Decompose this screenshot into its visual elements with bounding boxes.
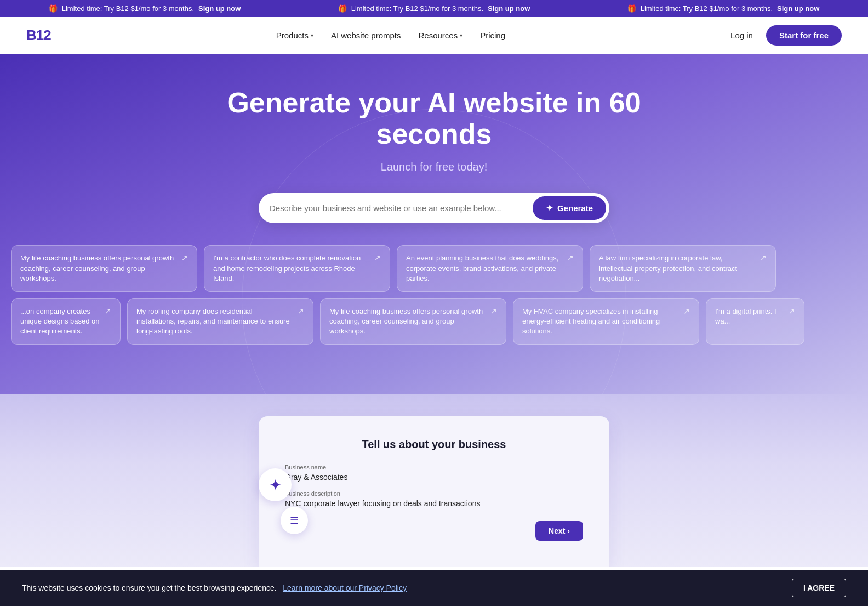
business-name-value: Gray & Associates — [285, 473, 583, 482]
arrow-icon-2: ↗ — [374, 253, 381, 262]
hero-subtitle: Launch for free today! — [381, 161, 488, 173]
arrow-icon-5: ↗ — [105, 307, 111, 315]
navbar: B12 Products ▾ AI website prompts Resour… — [0, 17, 868, 54]
gift-icon-2: 🎁 — [338, 4, 347, 13]
hero-title: Generate your AI website in 60 seconds — [187, 87, 681, 150]
nav-label-products: Products — [276, 31, 309, 40]
promo-item-3: 🎁 Limited time: Try B12 $1/mo for 3 mont… — [627, 4, 820, 13]
preview-section: ✦ ☰ Tell us about your business Business… — [0, 394, 868, 567]
form-title: Tell us about your business — [285, 438, 583, 451]
example-card-3[interactable]: An event planning business that does wed… — [397, 245, 583, 292]
example-card-4[interactable]: A law firm specializing in corporate law… — [590, 245, 776, 292]
promo-item-2: 🎁 Limited time: Try B12 $1/mo for 3 mont… — [338, 4, 530, 13]
card-text-1: My life coaching business offers persona… — [20, 253, 177, 284]
nav-item-pricing[interactable]: Pricing — [480, 31, 505, 40]
example-card-7[interactable]: My life coaching business offers persona… — [320, 298, 506, 345]
promo-link-1[interactable]: Sign up now — [198, 4, 241, 13]
gift-icon-1: 🎁 — [49, 4, 58, 13]
arrow-icon-9: ↗ — [789, 307, 795, 315]
arrow-icon-3: ↗ — [567, 253, 574, 262]
generate-button[interactable]: ✦ Generate — [533, 196, 606, 220]
examples-container: My life coaching business offers persona… — [11, 245, 857, 351]
card-text-3: An event planning business that does wed… — [406, 253, 563, 284]
generate-label: Generate — [557, 203, 593, 213]
sparkle-icon: ✦ — [546, 203, 553, 213]
nav-label-pricing: Pricing — [480, 31, 505, 40]
promo-banner: 🎁 Limited time: Try B12 $1/mo for 3 mont… — [0, 0, 868, 17]
promo-link-3[interactable]: Sign up now — [777, 4, 819, 13]
chevron-down-icon-2: ▾ — [460, 32, 462, 38]
arrow-icon-4: ↗ — [760, 253, 767, 262]
sparkle-icon-float: ✦ — [269, 476, 282, 494]
nav-item-ai[interactable]: AI website prompts — [331, 31, 401, 40]
card-text-5: ...on company creates unique designs bas… — [20, 307, 100, 337]
business-description-input[interactable] — [270, 203, 533, 213]
example-card-8[interactable]: My HVAC company specializes in installin… — [513, 298, 699, 345]
cards-row-2: ...on company creates unique designs bas… — [11, 298, 804, 352]
business-desc-value: NYC corporate lawyer focusing on deals a… — [285, 499, 583, 508]
hero-section: Generate your AI website in 60 seconds L… — [0, 54, 868, 394]
card-text-2: I'm a contractor who does complete renov… — [213, 253, 370, 284]
card-text-8: My HVAC company specializes in installin… — [522, 307, 679, 337]
gift-icon-3: 🎁 — [627, 4, 636, 13]
nav-links: Products ▾ AI website prompts Resources … — [276, 31, 505, 40]
nav-label-resources: Resources — [419, 31, 458, 40]
example-card-5[interactable]: ...on company creates unique designs bas… — [11, 298, 121, 345]
example-card-6[interactable]: My roofing company does residential inst… — [127, 298, 313, 345]
example-card-9[interactable]: I'm a digital prints. I wa... ↗ — [706, 298, 804, 345]
nav-actions: Log in Start for free — [730, 25, 842, 46]
example-card-2[interactable]: I'm a contractor who does complete renov… — [204, 245, 390, 292]
promo-text-3: Limited time: Try B12 $1/mo for 3 months… — [641, 4, 773, 13]
nav-item-products[interactable]: Products ▾ — [276, 31, 313, 40]
login-link[interactable]: Log in — [730, 31, 753, 40]
promo-text-2: Limited time: Try B12 $1/mo for 3 months… — [351, 4, 483, 13]
nav-label-ai: AI website prompts — [331, 31, 401, 40]
arrow-icon-7: ↗ — [490, 307, 497, 315]
float-icon-menu: ☰ — [281, 507, 308, 534]
example-card-1[interactable]: My life coaching business offers persona… — [11, 245, 197, 292]
card-text-4: A law firm specializing in corporate law… — [599, 253, 756, 284]
arrow-icon-8: ↗ — [683, 307, 690, 315]
arrow-icon-1: ↗ — [181, 253, 188, 262]
business-desc-label: Business description — [285, 490, 583, 497]
preview-card: Tell us about your business Business nam… — [259, 416, 609, 567]
card-text-7: My life coaching business offers persona… — [329, 307, 486, 337]
float-icon-sparkle: ✦ — [259, 468, 292, 501]
card-text-6: My roofing company does residential inst… — [136, 307, 293, 337]
start-free-button[interactable]: Start for free — [766, 25, 842, 46]
business-name-label: Business name — [285, 464, 583, 471]
promo-item-1: 🎁 Limited time: Try B12 $1/mo for 3 mont… — [49, 4, 241, 13]
chevron-down-icon: ▾ — [311, 32, 313, 38]
card-text-9: I'm a digital prints. I wa... — [715, 307, 784, 326]
search-bar: ✦ Generate — [259, 193, 609, 223]
nav-item-resources[interactable]: Resources ▾ — [419, 31, 463, 40]
menu-icon-float: ☰ — [290, 514, 299, 526]
form-next-button[interactable]: Next › — [535, 521, 583, 541]
arrow-icon-6: ↗ — [298, 307, 304, 315]
cards-row-1: My life coaching business offers persona… — [11, 245, 776, 298]
logo[interactable]: B12 — [26, 27, 51, 44]
promo-link-2[interactable]: Sign up now — [488, 4, 530, 13]
promo-text-1: Limited time: Try B12 $1/mo for 3 months… — [62, 4, 194, 13]
